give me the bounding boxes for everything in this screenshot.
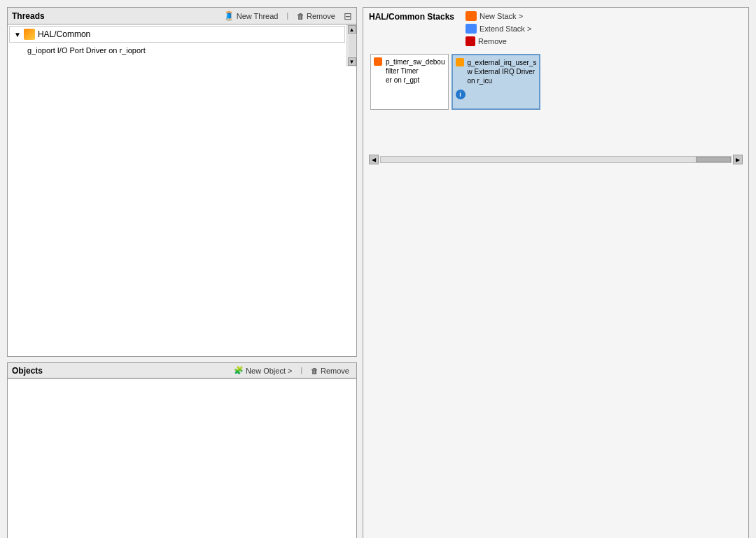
irq-card-label: g_external_irq_user_sw External IRQ Driv… [468, 58, 537, 85]
stacks-header: HAL/Common Stacks New Stack > Extend Sta… [363, 8, 748, 50]
objects-remove-button[interactable]: 🗑 Remove [308, 366, 352, 376]
thread-item-hal[interactable]: ▼ HAL/Common [9, 26, 345, 43]
objects-remove-label: Remove [321, 367, 349, 375]
timer-stack-card[interactable]: p_timer_sw_deboufilter Timerer on r_gpt [370, 54, 449, 110]
new-thread-label: New Thread [237, 12, 279, 20]
new-stack-button[interactable]: New Stack > [463, 10, 534, 22]
left-column: Threads 🧵 New Thread | 🗑 Remove ⊟ ▼ [7, 7, 357, 538]
remove-icon: 🗑 [297, 12, 304, 20]
scroll-up-arrow[interactable]: ▲ [348, 25, 356, 34]
irq-stack-card[interactable]: g_external_irq_user_sw External IRQ Driv… [451, 54, 541, 110]
info-icon[interactable]: i [456, 90, 465, 99]
thread-icon [24, 29, 35, 40]
top-section: Threads 🧵 New Thread | 🗑 Remove ⊟ ▼ [7, 7, 749, 538]
threads-panel: Threads 🧵 New Thread | 🗑 Remove ⊟ ▼ [7, 7, 357, 357]
new-object-icon: 🧩 [234, 366, 244, 375]
threads-remove-button[interactable]: 🗑 Remove [294, 11, 338, 21]
stacks-toolbar: New Stack > Extend Stack > Remove [463, 10, 534, 47]
stacks-remove-label: Remove [478, 37, 507, 45]
stacks-panel: HAL/Common Stacks New Stack > Extend Sta… [363, 7, 749, 538]
irq-card-icon [456, 58, 464, 66]
threads-remove-label: Remove [307, 12, 335, 20]
stacks-title: HAL/Common Stacks [369, 12, 454, 22]
extend-stack-label: Extend Stack > [479, 24, 531, 33]
stacks-remove-icon [465, 36, 475, 46]
objects-remove-icon: 🗑 [311, 367, 318, 375]
new-thread-icon: 🧵 [223, 10, 234, 21]
thread-label: HAL/Common [38, 29, 90, 39]
stacks-canvas: p_timer_sw_deboufilter Timerer on r_gpt … [369, 52, 743, 150]
new-object-label: New Object > [246, 367, 292, 375]
objects-title: Objects [12, 366, 225, 376]
separator: | [286, 12, 288, 20]
threads-list: ▼ HAL/Common g_ioport I/O Port Driver on… [8, 24, 356, 66]
threads-scrollbar[interactable]: ▲ ▼ [346, 24, 356, 66]
expand-arrow: ▼ [14, 31, 21, 38]
objects-content [8, 378, 356, 448]
thread-item-ioport[interactable]: g_ioport I/O Port Driver on r_ioport [8, 44, 345, 57]
stacks-scrollbar: ◀ ▶ [363, 153, 748, 166]
extend-stack-icon [465, 24, 477, 34]
timer-card-label: p_timer_sw_deboufilter Timerer on r_gpt [386, 57, 445, 85]
new-object-button[interactable]: 🧩 New Object > [231, 365, 295, 376]
new-stack-label: New Stack > [479, 12, 523, 20]
threads-panel-minimize[interactable]: ⊟ [344, 10, 352, 22]
scroll-down-arrow[interactable]: ▼ [348, 57, 356, 66]
threads-panel-header: Threads 🧵 New Thread | 🗑 Remove ⊟ [8, 8, 356, 24]
scroll-left-arrow[interactable]: ◀ [369, 155, 379, 164]
scroll-thumb [696, 157, 731, 162]
scroll-right-arrow[interactable]: ▶ [733, 155, 743, 164]
timer-card-icon [374, 57, 382, 66]
scroll-track[interactable] [380, 156, 732, 163]
main-container: Threads 🧵 New Thread | 🗑 Remove ⊟ ▼ [0, 0, 756, 538]
extend-stack-button[interactable]: Extend Stack > [463, 23, 534, 34]
objects-panel-header: Objects 🧩 New Object > | 🗑 Remove [8, 363, 356, 378]
ioport-label: g_ioport I/O Port Driver on r_ioport [27, 46, 146, 55]
threads-title: Threads [12, 11, 215, 21]
stacks-remove-button[interactable]: Remove [463, 36, 534, 47]
objects-panel: Objects 🧩 New Object > | 🗑 Remove [7, 362, 357, 538]
new-thread-button[interactable]: 🧵 New Thread [220, 10, 281, 22]
new-stack-icon [465, 11, 477, 21]
